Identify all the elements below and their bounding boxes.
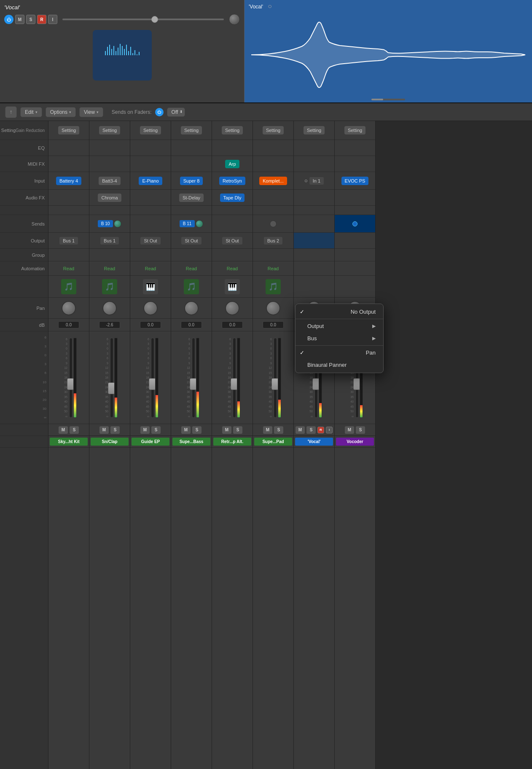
output-button-3[interactable]: St Out [140,237,160,245]
audiofx-button-2[interactable]: Chroma [98,194,121,202]
knob-small[interactable] [229,14,240,25]
mute-btn-5[interactable]: M [222,426,231,434]
menu-item-binaural[interactable]: Binaural Panner [296,359,383,371]
output-button-6[interactable]: Bus 2 [264,237,282,245]
send-btn-2[interactable]: B 10 [98,220,113,227]
fader-track-5[interactable] [233,338,236,418]
edit-button[interactable]: Edit ▾ [20,107,42,117]
setting-button-1[interactable]: Setting [58,126,79,134]
ms-cell-7: M S R I [294,424,334,436]
output-button-4[interactable]: St Out [181,237,201,245]
power-button[interactable]: ⏻ [4,15,13,24]
input-btn-7[interactable]: I [326,427,333,433]
fader-track-1[interactable] [69,338,73,418]
mute-btn-8[interactable]: M [345,426,354,434]
solo-button[interactable]: S [26,15,35,24]
pan-knob-1[interactable] [62,301,76,315]
setting-cell-8: Setting [335,121,375,140]
mute-btn-4[interactable]: M [181,426,191,434]
instrument-icon-4[interactable]: 🎵 [184,279,199,294]
fader-track-2[interactable] [110,338,113,418]
instrument-icon-1[interactable]: 🎵 [61,279,76,294]
pan-knob-6[interactable] [266,301,280,315]
setting-button-6[interactable]: Setting [263,126,284,134]
setting-button-8[interactable]: Setting [344,126,365,134]
mute-btn-7[interactable]: M [296,426,305,434]
setting-button-5[interactable]: Setting [222,126,243,134]
audiofx-button-4[interactable]: St-Delay [179,194,204,202]
menu-item-output[interactable]: Output ▶ [296,320,383,332]
solo-btn-5[interactable]: S [233,426,242,434]
input-button-5[interactable]: RetroSyn [219,177,245,185]
pan-knob-5[interactable] [225,301,239,315]
output-button-2[interactable]: Bus 1 [100,237,119,245]
sends-power-button[interactable]: ⏻ [155,108,164,116]
mute-btn-2[interactable]: M [99,426,109,434]
sends-dropdown[interactable]: Off ⬍ [167,108,185,117]
solo-btn-1[interactable]: S [70,426,79,434]
view-button[interactable]: View ▾ [79,107,103,117]
fader-track-3[interactable] [151,338,154,418]
automation-button-6[interactable]: Read [264,265,282,272]
solo-btn-8[interactable]: S [356,426,365,434]
menu-item-no-output[interactable]: No Output [296,306,383,318]
input-monitor-button[interactable]: I [48,15,57,24]
auto-cell-6: Read [253,261,293,276]
output-cell-4: St Out [171,233,212,249]
mute-btn-3[interactable]: M [140,426,150,434]
pan-knob-4[interactable] [184,301,199,315]
output-button-5[interactable]: St Out [222,237,242,245]
solo-btn-7[interactable]: S [306,426,316,434]
automation-button-5[interactable]: Read [223,265,241,272]
input-button-2[interactable]: Batt3-4 [99,177,120,185]
record-button[interactable]: R [37,15,46,24]
input-button-4[interactable]: Super 8 [180,177,203,185]
menu-item-bus[interactable]: Bus ▶ [296,332,383,344]
midifx-button-5[interactable]: Arp [225,160,239,168]
instrument-icon-6[interactable]: 🎵 [266,279,281,294]
menu-item-pan[interactable]: Pan [296,347,383,359]
audiofx-button-5[interactable]: Tape Dly [220,194,245,202]
solo-btn-2[interactable]: S [110,426,120,434]
input-button-7[interactable]: In 1 [309,177,324,185]
pan-knob-2[interactable] [102,301,117,315]
fader-track-6[interactable] [274,338,277,418]
solo-btn-6[interactable]: S [274,426,283,434]
volume-slider[interactable] [62,19,224,20]
options-button[interactable]: Options ▾ [46,107,76,117]
fader-track-4[interactable] [192,338,195,418]
input-button-1[interactable]: Battery 4 [56,177,81,185]
solo-btn-3[interactable]: S [151,426,161,434]
spacer-row [0,206,48,215]
input-button-8[interactable]: EVOC PS [341,177,369,185]
back-button[interactable]: ↑ [5,106,17,118]
instrument-icon-3[interactable]: 🎹 [143,279,158,294]
automation-button-1[interactable]: Read [60,265,78,272]
input-cell-8: EVOC PS [335,172,375,190]
record-indicator: ○ [268,3,272,10]
solo-btn-4[interactable]: S [192,426,202,434]
instrument-icon-5[interactable]: 🎹 [225,279,240,294]
mute-button[interactable]: M [15,15,24,24]
instrument-icon-2[interactable]: 🎵 [102,279,117,294]
mute-btn-6[interactable]: M [263,426,272,434]
record-btn-7[interactable]: R [317,427,324,433]
send-btn-4[interactable]: B 11 [180,220,195,227]
setting-button-3[interactable]: Setting [140,126,161,134]
menu-divider-1 [296,319,383,319]
send-knob-2[interactable] [114,220,121,228]
setting-button-7[interactable]: Setting [304,126,325,134]
setting-button-2[interactable]: Setting [99,126,120,134]
automation-button-2[interactable]: Read [101,265,118,272]
mute-btn-1[interactable]: M [59,426,68,434]
setting-button-4[interactable]: Setting [181,126,202,134]
midifx-label-row: MIDI FX [0,156,48,172]
send-knob-4[interactable] [196,220,203,228]
output-button-1[interactable]: Bus 1 [59,237,78,245]
pan-knob-3[interactable] [143,301,158,315]
automation-button-4[interactable]: Read [183,265,200,272]
input-button-6[interactable]: Komplet... [259,177,287,185]
automation-button-3[interactable]: Read [142,265,159,272]
toolbar: ↑ Edit ▾ Options ▾ View ▾ Sends on Fader… [0,103,532,121]
input-button-3[interactable]: E-Piano [139,177,162,185]
